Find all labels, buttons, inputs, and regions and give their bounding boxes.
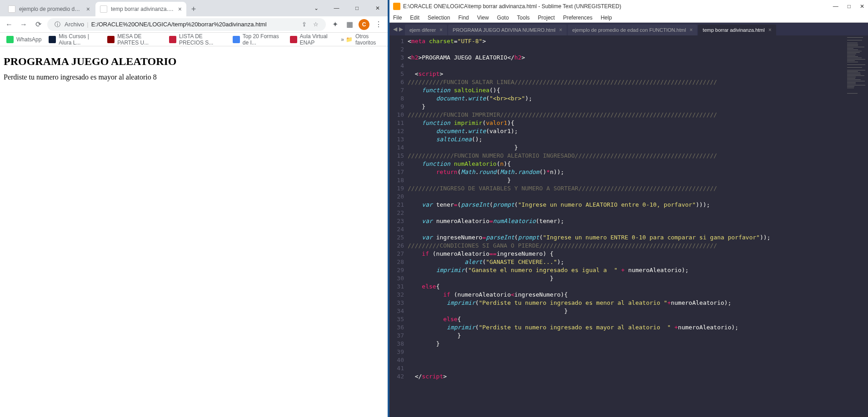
new-tab-button[interactable]: + (187, 3, 200, 15)
folder-icon: 📁 (346, 36, 353, 43)
close-icon[interactable]: × (559, 27, 562, 33)
info-icon[interactable]: ⓘ (53, 20, 62, 29)
editor: 1234567891011121314151617181920212223242… (389, 35, 868, 417)
window-controls: — □ ✕ (833, 3, 864, 10)
menu-item[interactable]: Project (538, 15, 555, 21)
bookmark-label: LISTA DE PRECIOS S... (179, 33, 225, 46)
minimize-icon[interactable]: — (326, 0, 347, 16)
close-icon[interactable]: × (768, 27, 772, 33)
sublime-titlebar: E:\ORACLE ONE\LOGICA\temp borrar adivina… (389, 0, 868, 13)
bookmark-icon (6, 36, 14, 43)
close-icon[interactable]: × (439, 27, 443, 33)
page-text: Perdiste tu numero ingresado es mayor al… (4, 73, 384, 81)
bookmark-item[interactable]: Mis Cursos | Alura L... (46, 31, 103, 48)
menu-item[interactable]: Goto (497, 15, 509, 21)
tab-back-icon[interactable]: ◀ (393, 26, 397, 32)
address-bar[interactable]: ⓘ Archivo | E:/ORACLE%20ONE/LOGICA/temp%… (47, 18, 326, 31)
menu-item[interactable]: Preferences (563, 15, 593, 21)
bookmark-label: Aula Virtual ENAP (300, 33, 334, 46)
sublime-window: E:\ORACLE ONE\LOGICA\temp borrar adivina… (389, 0, 868, 417)
page-favicon (100, 5, 107, 13)
page-favicon (8, 5, 15, 13)
bookmark-item[interactable]: LISTA DE PRECIOS S... (166, 31, 228, 48)
more-bookmarks[interactable]: » (341, 36, 344, 43)
menu-item[interactable]: Selection (428, 15, 450, 21)
tab-title: temp borrar adivinanza.html (111, 6, 175, 12)
chrome-window: ejemplo de promedio de edad c × temp bor… (0, 0, 388, 417)
sidepanel-icon[interactable]: ▦ (344, 19, 355, 30)
editor-tab[interactable]: temp borrar adivinanza.html× (698, 25, 776, 35)
caret-down-icon[interactable]: ⌄ (306, 0, 326, 16)
bookmark-label: Top 20 Formas de I... (243, 33, 283, 46)
page-heading: PROGRAMA JUEGO ALEATORIO (4, 55, 384, 68)
sublime-tabstrip: ◀ ▶ ejem diferer×PROGRAMA JUEGO ADIVINA … (389, 23, 868, 35)
menu-bar: FileEditSelectionFindViewGotoToolsProjec… (389, 13, 868, 23)
bookmark-icon (233, 36, 240, 43)
menu-item[interactable]: File (393, 15, 402, 21)
bookmark-label: MESA DE PARTES U... (117, 33, 162, 46)
close-icon[interactable]: × (178, 5, 182, 13)
other-bookmarks[interactable]: 📁 Otros favoritos (346, 33, 384, 46)
bookmark-icon (169, 36, 176, 43)
menu-item[interactable]: Find (458, 15, 469, 21)
editor-tab[interactable]: ejemplo de promedio de edad con FUNCTION… (568, 25, 697, 35)
minimap[interactable] (845, 35, 868, 417)
menu-item[interactable]: Help (601, 15, 612, 21)
share-icon[interactable]: ⇪ (299, 21, 309, 28)
bookmark-item[interactable]: WhatsApp (4, 31, 44, 48)
profile-avatar[interactable]: C (359, 19, 369, 30)
page-content: PROGRAMA JUEGO ALEATORIO Perdiste tu num… (0, 46, 388, 417)
bookmark-icon (290, 36, 297, 43)
reload-button[interactable]: ⟳ (33, 19, 44, 30)
minimize-icon[interactable]: — (833, 3, 838, 10)
bookmark-item[interactable]: Top 20 Formas de I... (230, 31, 285, 48)
bookmark-item[interactable]: Aula Virtual ENAP (287, 31, 337, 48)
bookmark-label: Mis Cursos | Alura L... (59, 33, 100, 46)
back-button[interactable]: ← (4, 19, 15, 30)
window-title: E:\ORACLE ONE\LOGICA\temp borrar adivina… (403, 3, 621, 10)
extensions-icon[interactable]: ✦ (329, 19, 340, 30)
menu-item[interactable]: Edit (410, 15, 419, 21)
editor-tab[interactable]: PROGRAMA JUEGO ADIVINA NUMERO.html× (448, 25, 567, 35)
star-icon[interactable]: ☆ (311, 21, 320, 28)
editor-tab[interactable]: ejem diferer× (405, 25, 447, 35)
maximize-icon[interactable]: □ (347, 0, 367, 16)
bookmarks-bar: WhatsAppMis Cursos | Alura L...MESA DE P… (0, 33, 388, 46)
menu-icon[interactable]: ⋮ (373, 19, 384, 30)
bookmark-icon (49, 36, 56, 43)
tab-nav: ◀ ▶ (391, 26, 405, 32)
menu-item[interactable]: Tools (517, 15, 530, 21)
line-gutter: 1234567891011121314151617181920212223242… (389, 35, 408, 417)
tab-title: ejemplo de promedio de edad c (19, 6, 83, 12)
menu-item[interactable]: View (477, 15, 489, 21)
chrome-tab-inactive[interactable]: ejemplo de promedio de edad c × (4, 2, 95, 16)
close-icon[interactable]: ✕ (860, 3, 864, 10)
chrome-toolbar: ← → ⟳ ⓘ Archivo | E:/ORACLE%20ONE/LOGICA… (0, 16, 388, 33)
sublime-app-icon (393, 3, 400, 10)
chrome-tab-active[interactable]: temp borrar adivinanza.html × (95, 2, 186, 16)
bookmark-icon (107, 36, 115, 43)
url-prefix: Archivo (65, 21, 84, 28)
close-icon[interactable]: × (689, 27, 693, 33)
bookmark-item[interactable]: MESA DE PARTES U... (105, 31, 165, 48)
maximize-icon[interactable]: □ (848, 3, 851, 10)
window-controls: ⌄ — □ ✕ (306, 0, 388, 16)
chrome-tabstrip: ejemplo de promedio de edad c × temp bor… (0, 0, 388, 16)
tab-fwd-icon[interactable]: ▶ (399, 26, 403, 32)
bookmark-label: WhatsApp (16, 36, 41, 43)
forward-button[interactable]: → (18, 19, 29, 30)
close-icon[interactable]: ✕ (367, 0, 388, 16)
url-text: E:/ORACLE%20ONE/LOGICA/temp%20borrar%20a… (91, 21, 297, 28)
close-icon[interactable]: × (86, 5, 90, 13)
code-area[interactable]: <meta charset="UTF-8"> <h2>PROGRAMA JUEG… (408, 35, 845, 417)
